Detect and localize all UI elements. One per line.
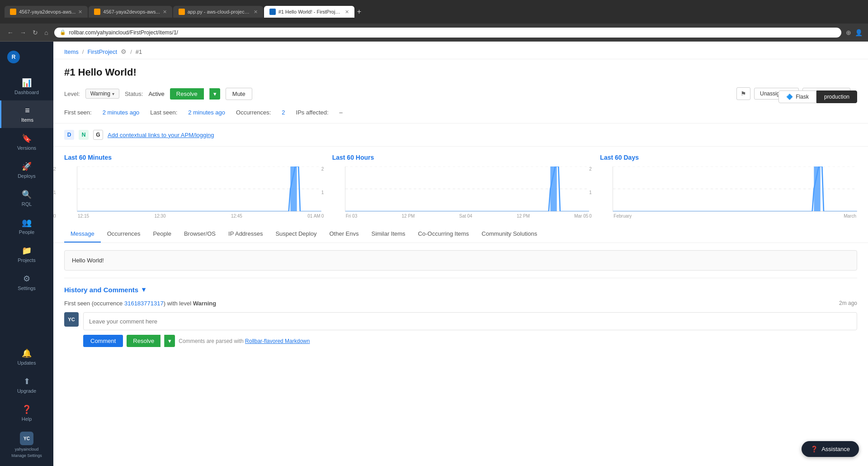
- tab-message[interactable]: Message: [64, 226, 101, 243]
- tab-suspect-deploy[interactable]: Suspect Deploy: [269, 226, 323, 243]
- sidebar-item-upgrade[interactable]: ⬆ Upgrade: [0, 371, 53, 399]
- history-title-text: History and Comments: [64, 286, 138, 294]
- versions-icon: 🔖: [22, 133, 32, 143]
- x-label-12pm1: 12 PM: [402, 214, 415, 219]
- home-button[interactable]: ⌂: [42, 28, 50, 37]
- user-sub: Manage Settings: [11, 453, 42, 458]
- back-button[interactable]: ←: [5, 28, 15, 37]
- first-seen-link[interactable]: 2 minutes ago: [103, 109, 140, 116]
- sidebar-item-label-updates: Updates: [18, 360, 36, 366]
- message-box: Hello World!: [64, 250, 857, 271]
- logo-icon: R: [7, 51, 20, 63]
- commenter-avatar: YC: [64, 312, 79, 327]
- tab-browser-label: Browser/OS: [184, 230, 216, 237]
- sidebar-logo[interactable]: R: [0, 45, 53, 69]
- new-tab-button[interactable]: +: [355, 6, 363, 18]
- settings-gear-icon[interactable]: ⚙: [121, 48, 127, 55]
- production-button[interactable]: production: [816, 90, 857, 103]
- extensions-icon[interactable]: ⊕: [846, 29, 851, 36]
- sidebar-item-help[interactable]: ❓ Help: [0, 399, 53, 427]
- markdown-link[interactable]: Rollbar-flavored Markdown: [245, 338, 310, 344]
- last-seen-label: Last seen:: [150, 109, 177, 116]
- level-badge[interactable]: Warning ▾: [85, 89, 119, 99]
- tab-similar-items[interactable]: Similar Items: [365, 226, 411, 243]
- level-value: Warning: [90, 90, 110, 97]
- chart-60hr-x-labels: Fri 03 12 PM Sat 04 12 PM Mar 05: [345, 214, 590, 219]
- updates-icon: 🔔: [22, 348, 32, 358]
- sidebar-bottom: 🔔 Updates ⬆ Upgrade ❓ Help YC yahyainclo…: [0, 343, 53, 466]
- breadcrumb-current: #1: [136, 48, 142, 55]
- tab-close-1[interactable]: ✕: [78, 9, 82, 15]
- resolve-button-2[interactable]: Resolve: [127, 335, 160, 347]
- integration-bar: D N G Add contextual links to your APM/l…: [53, 124, 868, 147]
- user-avatar: YC: [20, 432, 33, 445]
- assistance-button[interactable]: ❓ Assistance: [802, 441, 859, 457]
- tab-close-2[interactable]: ✕: [163, 9, 167, 15]
- chart-60hr-container: [345, 166, 590, 212]
- tab-browser-os[interactable]: Browser/OS: [178, 226, 222, 243]
- tab-ip-addresses[interactable]: IP Addresses: [222, 226, 269, 243]
- resolve-dropdown-2[interactable]: ▾: [164, 335, 175, 347]
- y-mid-60day: 1: [589, 190, 592, 195]
- flag-button[interactable]: ⚑: [736, 87, 750, 100]
- chart-60-minutes: Last 60 Minutes 2 1 0: [64, 154, 321, 219]
- resolve-button[interactable]: Resolve: [170, 88, 204, 100]
- breadcrumb-sep-1: /: [82, 48, 84, 55]
- sidebar-item-settings[interactable]: ⚙ Settings: [0, 268, 53, 296]
- history-chevron-icon: ▾: [142, 285, 146, 294]
- comment-actions: Comment Resolve ▾ Comments are parsed wi…: [83, 335, 857, 347]
- tab-community[interactable]: Community Solutions: [475, 226, 543, 243]
- sidebar-item-people[interactable]: 👥 People: [0, 212, 53, 240]
- sidebar-item-dashboard[interactable]: 📊 Dashboard: [0, 72, 53, 100]
- level-dropdown-arrow: ▾: [112, 91, 114, 96]
- sidebar-item-updates[interactable]: 🔔 Updates: [0, 343, 53, 371]
- comment-area: YC: [64, 312, 857, 330]
- url-text: rollbar.com/yahyaincloud/FirstProject/it…: [69, 29, 178, 36]
- history-title[interactable]: History and Comments ▾: [64, 285, 857, 294]
- sidebar-item-rql[interactable]: 🔍 RQL: [0, 184, 53, 212]
- x-label-mar05: Mar 05: [574, 214, 588, 219]
- browser-tab-4[interactable]: #1 Hello World! - FirstProject - R... ✕: [264, 6, 354, 18]
- last-seen-link[interactable]: 2 minutes ago: [188, 109, 225, 116]
- settings-icon: ⚙: [23, 274, 30, 284]
- occurrences-value[interactable]: 2: [282, 109, 285, 116]
- tab-people[interactable]: People: [146, 226, 177, 243]
- tab-close-4[interactable]: ✕: [345, 9, 349, 15]
- sidebar-user[interactable]: YC yahyaincloud Manage Settings: [0, 427, 53, 462]
- flask-icon: 🔷: [786, 94, 793, 100]
- browser-tab-3[interactable]: app.py - aws-cloud-project-boo... ✕: [173, 6, 263, 18]
- x-label-march: March: [844, 214, 856, 219]
- comment-button[interactable]: Comment: [83, 335, 123, 347]
- sidebar-item-items[interactable]: ≡ Items: [0, 100, 53, 128]
- tab-co-occurring[interactable]: Co-Occurring Items: [412, 226, 476, 243]
- mute-button[interactable]: Mute: [226, 88, 252, 100]
- profile-icon[interactable]: 👤: [855, 29, 863, 36]
- browser-tab-1[interactable]: 4567-yaya2devops-aws... ✕: [5, 6, 88, 18]
- breadcrumb: Items / FirstProject ⚙ / #1: [53, 42, 868, 59]
- breadcrumb-items-link[interactable]: Items: [64, 48, 79, 55]
- svg-rect-3: [290, 166, 297, 211]
- browser-tab-2[interactable]: 4567-yaya2devops-aws... ✕: [89, 6, 172, 18]
- tab-close-3[interactable]: ✕: [254, 9, 258, 15]
- resolve-dropdown-button[interactable]: ▾: [209, 88, 220, 100]
- url-bar[interactable]: 🔒 rollbar.com/yahyaincloud/FirstProject/…: [54, 28, 841, 38]
- sidebar-item-projects[interactable]: 📁 Projects: [0, 240, 53, 268]
- chart-60min-y-labels: 2 1 0: [53, 166, 56, 219]
- tab-other-envs[interactable]: Other Envs: [323, 226, 365, 243]
- tab-label-2: 4567-yaya2devops-aws...: [103, 9, 160, 14]
- breadcrumb-project-link[interactable]: FirstProject: [87, 48, 117, 55]
- sidebar-item-versions[interactable]: 🔖 Versions: [0, 128, 53, 156]
- comment-input[interactable]: [83, 312, 857, 330]
- reload-button[interactable]: ↻: [31, 28, 40, 37]
- forward-button[interactable]: →: [18, 28, 28, 37]
- y-mid-60hr: 1: [321, 190, 324, 195]
- history-time: 2m ago: [839, 300, 857, 306]
- y-max-60day: 2: [589, 166, 592, 171]
- tab-occurrences[interactable]: Occurrences: [101, 226, 147, 243]
- y-max-60hr: 2: [321, 166, 324, 171]
- apm-link[interactable]: Add contextual links to your APM/logging: [108, 132, 214, 138]
- history-occurrence-link[interactable]: 316183771317: [124, 300, 164, 307]
- upgrade-icon: ⬆: [24, 376, 30, 386]
- flask-button[interactable]: 🔷 Flask: [778, 90, 816, 103]
- sidebar-item-deploys[interactable]: 🚀 Deploys: [0, 156, 53, 184]
